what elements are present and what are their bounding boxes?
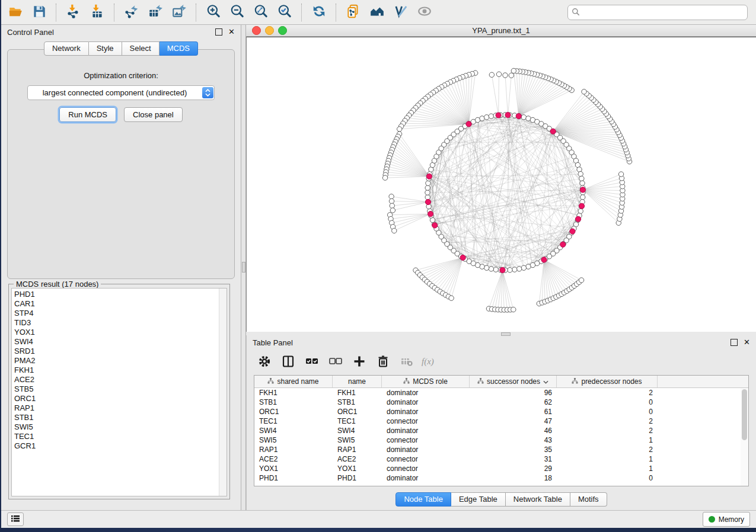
- table-row[interactable]: STB1STB1dominator620: [254, 398, 748, 407]
- vertical-splitter[interactable]: [241, 25, 246, 510]
- tab-style[interactable]: Style: [89, 41, 122, 56]
- mcds-node-item[interactable]: STP4: [14, 309, 218, 318]
- control-panel: Control Panel ✕ NetworkStyleSelectMCDS O…: [1, 25, 241, 510]
- table-settings-button[interactable]: [254, 353, 275, 372]
- save-button[interactable]: [27, 2, 51, 23]
- mcds-list-scrollbar[interactable]: [219, 289, 227, 496]
- import-table-button[interactable]: [85, 2, 109, 23]
- mcds-node-item[interactable]: ACE2: [14, 375, 218, 384]
- tab-motifs[interactable]: Motifs: [570, 492, 607, 507]
- export-table-button[interactable]: [143, 2, 167, 23]
- column-header-predecessor-nodes[interactable]: predecessor nodes: [557, 376, 658, 387]
- search-input[interactable]: [567, 5, 748, 20]
- zoom-fit-button[interactable]: [249, 2, 273, 23]
- show-columns-button[interactable]: [277, 353, 299, 372]
- table-header-row: shared namenameMCDS rolesuccessor nodesp…: [254, 376, 748, 388]
- mcds-node-item[interactable]: SWI4: [14, 337, 218, 347]
- splitter-handle[interactable]: [242, 262, 245, 273]
- column-header-mcds-role[interactable]: MCDS role: [382, 376, 470, 387]
- select-all-button[interactable]: [301, 353, 323, 372]
- tab-network-table[interactable]: Network Table: [506, 492, 570, 507]
- table-panel-title: Table Panel: [253, 338, 731, 347]
- export-network-button[interactable]: [120, 2, 143, 23]
- export-image-button[interactable]: [167, 2, 191, 23]
- column-type-icon: [267, 377, 274, 386]
- close-panel-icon[interactable]: ✕: [228, 29, 235, 35]
- network-graph[interactable]: [247, 37, 756, 331]
- mcds-result-list[interactable]: PHD1CAR1STP4TID3YOX1SWI4SRD1PMA2FKH1ACE2…: [11, 288, 227, 496]
- refresh-button[interactable]: [307, 2, 331, 23]
- first-network-button[interactable]: [342, 2, 365, 23]
- neighbors-button[interactable]: [365, 2, 389, 23]
- tab-edge-table[interactable]: Edge Table: [451, 492, 506, 507]
- table-row[interactable]: FKH1FKH1dominator962: [254, 388, 748, 398]
- table-row[interactable]: RAP1RAP1dominator352: [254, 445, 748, 454]
- scrollbar-thumb[interactable]: [742, 389, 747, 440]
- zoom-out-button[interactable]: [225, 2, 249, 23]
- table-row[interactable]: PHD1PHD1dominator180: [254, 473, 748, 483]
- mcds-node-item[interactable]: SRD1: [14, 347, 218, 356]
- toolbar-separator: [336, 4, 337, 21]
- mcds-node-item[interactable]: ORC1: [14, 394, 218, 403]
- table-scrollbar[interactable]: [741, 388, 748, 486]
- tab-network[interactable]: Network: [44, 41, 89, 56]
- mcds-node-item[interactable]: TID3: [14, 318, 218, 328]
- function-builder-button[interactable]: f(x): [420, 353, 441, 372]
- table-row[interactable]: TEC1TEC1connector472: [254, 416, 748, 426]
- search-field[interactable]: [567, 5, 748, 20]
- horizontal-splitter[interactable]: [246, 332, 756, 335]
- column-header-name[interactable]: name: [333, 376, 382, 387]
- table-row[interactable]: SWI5SWI5connector431: [254, 435, 748, 445]
- close-panel-button[interactable]: Close panel: [124, 107, 183, 122]
- run-mcds-button[interactable]: Run MCDS: [59, 107, 116, 122]
- mcds-node-item[interactable]: STB5: [14, 384, 218, 394]
- table-row[interactable]: YOX1YOX1connector291: [254, 464, 748, 473]
- mcds-node-item[interactable]: SWI5: [14, 422, 218, 432]
- zoom-fit-icon: [253, 4, 269, 21]
- mcds-node-item[interactable]: PHD1: [14, 290, 218, 299]
- splitter-handle[interactable]: [501, 332, 511, 336]
- deselect-all-button[interactable]: [325, 353, 346, 372]
- tab-select[interactable]: Select: [122, 41, 160, 56]
- tab-node-table[interactable]: Node Table: [395, 492, 451, 507]
- mcds-node-item[interactable]: STB1: [14, 413, 218, 422]
- add-column-button[interactable]: [349, 353, 370, 372]
- import-network-button[interactable]: [62, 2, 85, 23]
- delete-table-button[interactable]: [396, 353, 417, 372]
- mcds-node-item[interactable]: CAR1: [14, 299, 218, 309]
- delete-column-button[interactable]: [372, 353, 394, 372]
- control-panel-title: Control Panel: [7, 28, 215, 37]
- column-type-icon: [477, 377, 484, 386]
- table-row[interactable]: SWI4SWI4dominator462: [254, 426, 748, 435]
- mcds-node-item[interactable]: PMA2: [14, 356, 218, 366]
- float-panel-icon[interactable]: [215, 28, 222, 36]
- save-icon: [31, 4, 47, 21]
- zoom-out-icon: [229, 4, 245, 21]
- style-button[interactable]: [389, 2, 413, 23]
- mcds-node-item[interactable]: YOX1: [14, 328, 218, 337]
- mcds-node-item[interactable]: RAP1: [14, 403, 218, 413]
- optimization-criterion-select[interactable]: largest connected component (undirected): [27, 85, 215, 100]
- mcds-result-group: MCDS result (17 nodes) PHD1CAR1STP4TID3Y…: [8, 284, 230, 499]
- table-body: FKH1FKH1dominator962STB1STB1dominator620…: [254, 388, 748, 483]
- zoom-selected-button[interactable]: [273, 2, 296, 23]
- table-row[interactable]: ACE2ACE2connector311: [254, 454, 748, 464]
- refresh-icon: [311, 4, 327, 21]
- column-header-successor-nodes[interactable]: successor nodes: [470, 376, 557, 387]
- task-history-button[interactable]: [7, 512, 24, 526]
- zoom-in-button[interactable]: [202, 2, 225, 23]
- eye-icon: [417, 4, 432, 21]
- network-canvas[interactable]: [246, 37, 756, 332]
- float-panel-icon[interactable]: [731, 339, 738, 346]
- close-panel-icon[interactable]: ✕: [744, 339, 750, 345]
- tab-mcds[interactable]: MCDS: [160, 41, 198, 56]
- eye-button[interactable]: [413, 2, 436, 23]
- column-header-shared-name[interactable]: shared name: [254, 376, 333, 387]
- first-network-icon: [346, 4, 361, 21]
- memory-button[interactable]: Memory: [703, 512, 750, 527]
- open-button[interactable]: [4, 2, 27, 23]
- mcds-node-item[interactable]: TEC1: [14, 432, 218, 441]
- table-row[interactable]: ORC1ORC1dominator610: [254, 407, 748, 416]
- mcds-node-item[interactable]: GCR1: [14, 441, 218, 451]
- mcds-node-item[interactable]: FKH1: [14, 366, 218, 375]
